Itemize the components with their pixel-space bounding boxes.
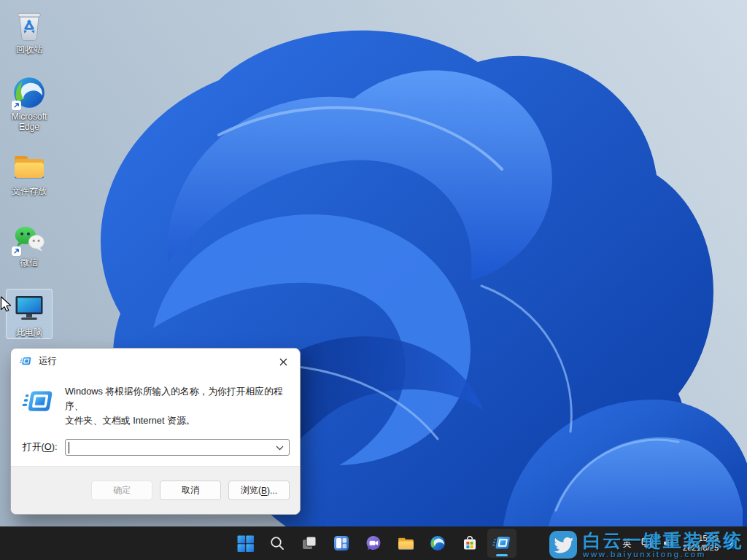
windows-logo-icon [236,534,255,553]
store-button[interactable] [455,529,484,558]
run-app-icon [492,534,511,552]
browse-button[interactable]: 浏览(B)... [228,481,290,500]
close-icon[interactable] [272,353,294,370]
chat-icon [365,534,382,552]
shortcut-arrow-icon [12,246,21,256]
task-view-button[interactable] [295,529,324,558]
desktop-icon-wechat[interactable]: 微信 [6,219,53,269]
desktop-icon-recycle-bin[interactable]: 回收站 [6,6,53,56]
text-caret [69,442,69,454]
run-dialog: 运行 Windows 将根据你所输入的名称，为你打开相应的程序、 文件夹、文档或… [10,348,301,515]
desktop-screen: 回收站 Microsoft Edge 文件存放 [0,0,747,560]
run-dialog-icon [22,387,55,416]
desktop-icon-label: 微信 [20,257,38,268]
desktop-icon-edge[interactable]: Microsoft Edge [6,73,53,133]
open-label: 打开(O): [23,441,58,454]
edge-button[interactable] [423,529,452,558]
tray-time: 15:33 [683,534,719,544]
active-app-indicator [496,554,508,556]
chat-button[interactable] [359,529,388,558]
run-dialog-titlebar[interactable]: 运行 [11,349,300,374]
run-dialog-title: 运行 [39,355,57,368]
desktop-icon-label: 回收站 [16,44,42,55]
widgets-icon [333,534,350,552]
start-button[interactable] [231,529,260,558]
run-dialog-description: Windows 将根据你所输入的名称，为你打开相应的程序、 文件夹、文档或 In… [65,384,288,428]
ok-button[interactable]: 确定 [91,481,152,500]
chevron-down-icon[interactable] [276,446,284,451]
store-icon [461,534,479,552]
clock[interactable]: 15:33 2021/8/25 [683,534,719,553]
run-app-button[interactable] [487,529,516,558]
task-view-icon [301,534,318,552]
desktop-icon-label: 此电脑 [16,327,42,338]
shortcut-arrow-icon [12,101,21,110]
file-explorer-button[interactable] [391,529,420,558]
ime-indicator[interactable]: 英 [621,536,635,551]
taskbar: 英 15:33 2021/8/25 2 [0,526,747,560]
system-tray: 英 15:33 2021/8/25 2 [621,526,737,560]
this-pc-icon [12,291,47,326]
folder-icon [12,149,47,184]
edge-icon [429,534,446,552]
run-command-input[interactable] [65,439,290,456]
desktop-icon-file-storage[interactable]: 文件存放 [6,147,53,198]
recycle-bin-icon [12,9,46,42]
volume-icon[interactable] [662,536,676,551]
search-icon [268,534,286,552]
run-dialog-footer: 确定 取消 浏览(B)... [11,466,300,514]
cancel-button[interactable]: 取消 [160,481,221,500]
widgets-button[interactable] [327,529,356,558]
file-explorer-icon [397,534,415,553]
notification-badge[interactable]: 2 [725,537,737,549]
run-window-icon [20,356,32,367]
search-button[interactable] [263,529,292,558]
mouse-cursor [0,296,13,314]
desktop-icon-label: 文件存放 [12,186,47,196]
network-icon[interactable] [640,536,655,551]
desktop-icon-label: Microsoft Edge [6,112,53,132]
tray-date: 2021/8/25 [683,543,719,553]
